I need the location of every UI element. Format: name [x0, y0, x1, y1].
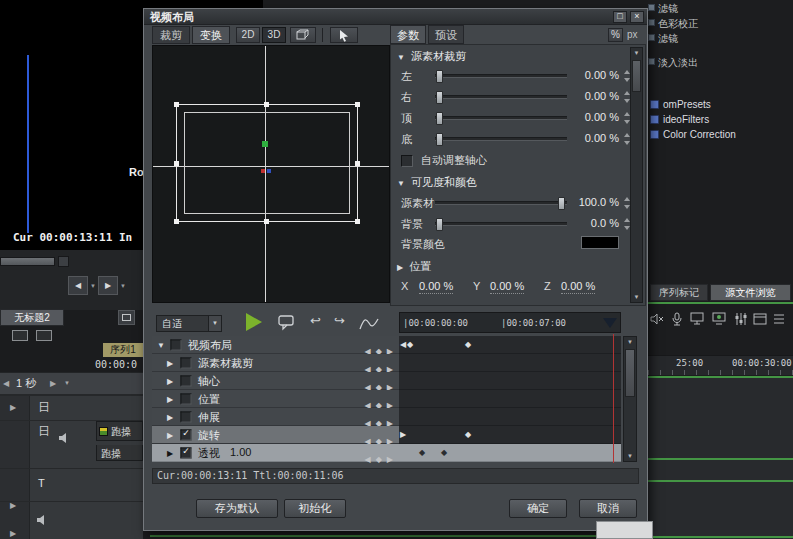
redo-button[interactable]: ↪	[334, 313, 345, 328]
keyframe-track[interactable]	[399, 372, 621, 390]
handle[interactable]	[355, 219, 360, 224]
collapse-icon[interactable]: ▼	[397, 179, 405, 188]
row-checkbox[interactable]	[180, 375, 191, 386]
scroll-down-icon[interactable]: ▼	[624, 453, 636, 459]
row-label-area[interactable]: ▶ ✓ 透视 1.00 ◀◆▶	[152, 444, 399, 462]
playhead-marker[interactable]	[603, 318, 617, 328]
row-checkbox-checked[interactable]: ✓	[180, 429, 191, 440]
keyframe-icon[interactable]: ◆	[407, 340, 413, 349]
timescale-dropdown-icon[interactable]: ▼	[64, 380, 70, 386]
panel-icon[interactable]	[753, 312, 769, 328]
mixer-icon[interactable]	[734, 312, 750, 328]
params-scrollbar[interactable]: ▼ ▼	[630, 47, 643, 303]
auto-axis-checkbox[interactable]	[401, 155, 413, 167]
expander-icon[interactable]: ▼	[157, 341, 165, 350]
mode-2d-button[interactable]: 2D	[236, 27, 260, 43]
row-label-area[interactable]: ▶ ✓ 旋转 ◀◆▶	[152, 426, 399, 444]
step-back-dropdown-icon[interactable]: ▼	[90, 283, 96, 289]
expander-icon[interactable]: ▶	[167, 359, 173, 368]
expander-icon[interactable]: ▶	[167, 413, 173, 422]
play-button[interactable]	[246, 313, 262, 331]
track-expand-icon[interactable]: ▶	[10, 403, 16, 412]
tab-crop[interactable]: 裁剪	[152, 26, 190, 44]
keyframe-icon[interactable]: ◆	[441, 448, 447, 457]
slider-value[interactable]: 100.0 %	[559, 196, 619, 208]
zoom-dropdown-icon[interactable]: ▼	[208, 316, 221, 331]
tree-item[interactable]: omPresets	[663, 99, 711, 110]
track-expand-icon[interactable]: ▶	[10, 501, 16, 510]
step-forward-button[interactable]: ▶	[98, 276, 118, 295]
monitor-mode2-icon[interactable]	[36, 330, 52, 341]
shuttle-handle[interactable]	[58, 256, 69, 267]
effect-item[interactable]: 滤镜	[658, 2, 678, 16]
step-forward-dropdown-icon[interactable]: ▼	[120, 283, 126, 289]
crop-left-slider[interactable]	[435, 74, 567, 78]
timescale-row[interactable]: ◀ 1 秒 ▶ ▼	[0, 373, 143, 395]
expander-icon[interactable]: ▶	[167, 395, 173, 404]
tab-presets[interactable]: 预设	[428, 25, 464, 44]
collapse-icon[interactable]: ▶	[397, 263, 403, 272]
keyframe-icon[interactable]: ◆	[419, 448, 425, 457]
prev-keyframe-button[interactable]: ◀	[365, 455, 371, 464]
crop-bottom-slider[interactable]	[435, 137, 567, 141]
background-opacity-slider[interactable]	[435, 222, 567, 226]
speaker-mute-icon[interactable]	[650, 312, 666, 328]
unit-pixel-button[interactable]: px	[627, 29, 638, 40]
close-button[interactable]: ×	[630, 11, 644, 23]
keyframe-icon[interactable]: ▶	[400, 430, 406, 439]
collapse-icon[interactable]: ▼	[397, 53, 405, 62]
row-label-area[interactable]: ▼ 视频布局 ◀◆▶	[152, 336, 399, 354]
timeline-clip[interactable]: 跑操	[96, 421, 143, 441]
row-label-area[interactable]: ▶ 源素材裁剪 ◀◆▶	[152, 354, 399, 372]
speaker-icon[interactable]	[58, 429, 70, 447]
axis-value[interactable]: 0.00 %	[419, 280, 453, 294]
unit-percent-button[interactable]: %	[608, 28, 623, 42]
monitor-active-icon[interactable]	[712, 312, 728, 328]
add-keyframe-button[interactable]: ◆	[376, 455, 382, 464]
scrollbar-thumb[interactable]	[625, 349, 635, 397]
axis-value[interactable]: 0.00 %	[561, 280, 595, 294]
next-keyframe-button[interactable]: ▶	[387, 455, 393, 464]
handle[interactable]	[264, 219, 269, 224]
keyframe-ruler[interactable]: |00:00:00:00 |00:00:07:00	[399, 312, 621, 333]
keyframe-track[interactable]: ◀ ◆ ◆	[399, 336, 621, 354]
microphone-icon[interactable]	[670, 312, 686, 328]
scroll-down-icon[interactable]: ▼	[631, 294, 642, 300]
keyframe-track[interactable]: ▶ ◆	[399, 426, 621, 444]
handle[interactable]	[174, 161, 179, 166]
handle[interactable]	[355, 102, 360, 107]
row-checkbox[interactable]	[170, 339, 181, 350]
tree-item[interactable]: Color Correction	[663, 129, 736, 140]
video-track-label[interactable]: 日	[38, 423, 50, 440]
axis-value[interactable]: 0.00 %	[490, 280, 524, 294]
handle[interactable]	[174, 102, 179, 107]
row-checkbox-checked[interactable]: ✓	[180, 447, 191, 458]
keyframe-track[interactable]	[399, 390, 621, 408]
select-cursor-button[interactable]	[330, 27, 358, 43]
row-label-area[interactable]: ▶ 轴心 ◀◆▶	[152, 372, 399, 390]
tree-item[interactable]: ideoFilters	[663, 114, 709, 125]
timescale-minus-icon[interactable]: ◀	[3, 379, 9, 388]
timescale-plus-icon[interactable]: ▶	[50, 379, 56, 388]
row-label-area[interactable]: ▶ 位置 ◀◆▶	[152, 390, 399, 408]
comment-button[interactable]	[278, 315, 296, 335]
sequence-tab-untitled2[interactable]: 无标题2	[0, 309, 64, 326]
list-icon[interactable]	[772, 312, 788, 328]
keyframe-track[interactable]	[399, 354, 621, 372]
slider-value[interactable]: 0.0 %	[559, 217, 619, 229]
expander-icon[interactable]: ▶	[167, 449, 173, 458]
effect-item[interactable]: 色彩校正	[658, 17, 698, 31]
cancel-button[interactable]: 取消	[579, 499, 637, 518]
crop-right-slider[interactable]	[435, 95, 567, 99]
curve-editor-button[interactable]	[359, 316, 379, 335]
layout-preview-canvas[interactable]	[152, 45, 390, 303]
sequence-label[interactable]: 序列1	[103, 343, 143, 357]
slider-value[interactable]: 0.00 %	[559, 111, 619, 123]
audio-track-speaker-icon[interactable]	[36, 511, 48, 529]
handle[interactable]	[264, 102, 269, 107]
keyframe-icon[interactable]: ◆	[465, 430, 471, 439]
keyframe-track[interactable]	[399, 408, 621, 426]
keyframe-track[interactable]: ◆ ◆	[399, 444, 621, 462]
section-position[interactable]: ▶位置	[397, 259, 431, 274]
keyframe-icon[interactable]: ◆	[465, 340, 471, 349]
